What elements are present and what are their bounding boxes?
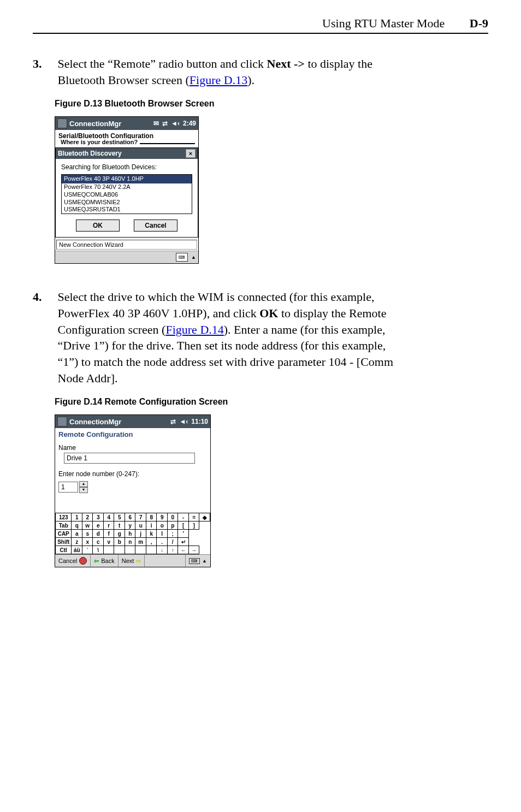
key[interactable]: Shift bbox=[56, 538, 72, 546]
node-number-input[interactable] bbox=[58, 482, 78, 493]
figure-d13-link[interactable]: Figure D.13 bbox=[190, 73, 247, 87]
key[interactable] bbox=[114, 546, 125, 554]
key[interactable]: r bbox=[103, 521, 114, 530]
key[interactable]: áü bbox=[72, 546, 82, 554]
key[interactable]: l bbox=[157, 530, 168, 538]
key[interactable]: ' bbox=[178, 530, 189, 538]
key[interactable]: ↓ bbox=[157, 546, 168, 554]
bt-clock: 2:49 bbox=[183, 120, 196, 127]
key[interactable]: k bbox=[146, 530, 157, 538]
bluetooth-discovery-dialog: Bluetooth Discovery × Searching for Blue… bbox=[55, 147, 198, 238]
sync-icon[interactable]: ⇄ bbox=[162, 120, 168, 127]
key[interactable]: j bbox=[135, 530, 146, 538]
sync-icon[interactable]: ⇄ bbox=[170, 418, 176, 425]
sound-icon[interactable]: ◄‹ bbox=[179, 418, 188, 425]
rc-clock: 11:10 bbox=[191, 418, 208, 425]
mail-icon[interactable]: ✉ bbox=[153, 120, 159, 127]
key[interactable]: 5 bbox=[114, 513, 125, 521]
key[interactable]: → bbox=[188, 546, 199, 554]
key[interactable]: . bbox=[157, 538, 168, 546]
key[interactable]: Ctl bbox=[56, 546, 72, 554]
key[interactable]: c bbox=[93, 538, 104, 546]
key[interactable]: q bbox=[72, 521, 82, 530]
key[interactable]: p bbox=[167, 521, 178, 530]
key[interactable]: 6 bbox=[125, 513, 135, 521]
key[interactable]: 4 bbox=[103, 513, 114, 521]
back-button[interactable]: ⇦Back bbox=[91, 555, 118, 567]
key[interactable]: 0 bbox=[167, 513, 178, 521]
key[interactable]: ↵ bbox=[178, 538, 189, 546]
key[interactable] bbox=[125, 546, 135, 554]
key[interactable] bbox=[146, 546, 157, 554]
key[interactable]: b bbox=[114, 538, 125, 546]
key[interactable]: ↑ bbox=[167, 546, 178, 554]
key[interactable]: t bbox=[114, 521, 125, 530]
key[interactable]: f bbox=[103, 530, 114, 538]
key[interactable] bbox=[135, 546, 146, 554]
keyboard-icon[interactable]: ⌨ bbox=[189, 558, 200, 564]
key[interactable]: 7 bbox=[135, 513, 146, 521]
key[interactable]: a bbox=[72, 530, 82, 538]
key[interactable]: d bbox=[93, 530, 104, 538]
key[interactable]: m bbox=[135, 538, 146, 546]
spin-down-icon[interactable]: ▼ bbox=[79, 487, 88, 493]
soft-keyboard[interactable]: 1231234567890-=◆Tabqwertyuiop[]CAPasdfgh… bbox=[55, 513, 210, 554]
key[interactable]: ← bbox=[178, 546, 189, 554]
list-item[interactable]: USMEQJSRUSTAD1 bbox=[62, 206, 192, 214]
key[interactable]: y bbox=[125, 521, 135, 530]
key[interactable]: h bbox=[125, 530, 135, 538]
key[interactable]: s bbox=[82, 530, 93, 538]
figure-d14-link[interactable]: Figure D.14 bbox=[165, 323, 223, 336]
key[interactable]: 3 bbox=[93, 513, 104, 521]
list-item[interactable]: USMEQDMWISNIE2 bbox=[62, 199, 192, 206]
key[interactable]: 9 bbox=[157, 513, 168, 521]
next-button[interactable]: Next⇨ bbox=[119, 555, 145, 567]
key[interactable]: o bbox=[157, 521, 168, 530]
key[interactable]: ◆ bbox=[199, 513, 210, 521]
key[interactable]: 8 bbox=[146, 513, 157, 521]
remote-config-screenshot: ConnectionMgr ⇄ ◄‹ 11:10 Remote Configur… bbox=[55, 414, 211, 567]
key[interactable]: i bbox=[146, 521, 157, 530]
key[interactable]: CAP bbox=[56, 530, 72, 538]
name-label: Name bbox=[58, 444, 207, 452]
spin-up-icon[interactable]: ▲ bbox=[79, 481, 88, 487]
chevron-up-icon[interactable]: ▲ bbox=[202, 558, 207, 564]
bt-dialog-title: Bluetooth Discovery bbox=[58, 150, 122, 157]
list-item[interactable]: PowerFlex 40 3P 460V 1.0HP bbox=[62, 175, 192, 183]
key[interactable]: ; bbox=[167, 530, 178, 538]
node-number-label: Enter node number (0-247): bbox=[58, 470, 207, 478]
key[interactable]: x bbox=[82, 538, 93, 546]
key[interactable]: z bbox=[72, 538, 82, 546]
key[interactable]: [ bbox=[178, 521, 189, 530]
key[interactable]: / bbox=[167, 538, 178, 546]
key[interactable]: - bbox=[178, 513, 189, 521]
key[interactable]: w bbox=[82, 521, 93, 530]
name-input[interactable] bbox=[64, 453, 195, 464]
key[interactable]: Tab bbox=[56, 521, 72, 530]
cancel-button[interactable]: Cancel bbox=[55, 555, 91, 567]
key[interactable]: ] bbox=[188, 521, 199, 530]
key[interactable]: 123 bbox=[56, 513, 72, 521]
chevron-up-icon[interactable]: ▲ bbox=[191, 254, 196, 260]
cancel-button[interactable]: Cancel bbox=[134, 220, 177, 232]
ok-button[interactable]: OK bbox=[76, 220, 120, 232]
key[interactable]: u bbox=[135, 521, 146, 530]
key[interactable]: v bbox=[103, 538, 114, 546]
key[interactable]: ` bbox=[82, 546, 93, 554]
list-item[interactable]: USMEQCOMLAB06 bbox=[62, 191, 192, 199]
list-item[interactable]: PowerFlex 70 240V 2.2A bbox=[62, 183, 192, 191]
key[interactable]: e bbox=[93, 521, 104, 530]
key[interactable] bbox=[103, 546, 114, 554]
key[interactable]: = bbox=[188, 513, 199, 521]
step-4: 4. Select the drive to which the WIM is … bbox=[33, 289, 488, 386]
key[interactable]: 1 bbox=[72, 513, 82, 521]
sound-icon[interactable]: ◄‹ bbox=[171, 120, 180, 127]
key[interactable]: , bbox=[146, 538, 157, 546]
bt-device-list[interactable]: PowerFlex 40 3P 460V 1.0HP PowerFlex 70 … bbox=[61, 174, 192, 214]
key[interactable]: g bbox=[114, 530, 125, 538]
key[interactable]: \ bbox=[93, 546, 104, 554]
key[interactable]: 2 bbox=[82, 513, 93, 521]
bt-taskbar: ⌨ ▲ bbox=[55, 251, 198, 263]
key[interactable]: n bbox=[125, 538, 135, 546]
keyboard-icon[interactable]: ⌨ bbox=[176, 253, 188, 262]
